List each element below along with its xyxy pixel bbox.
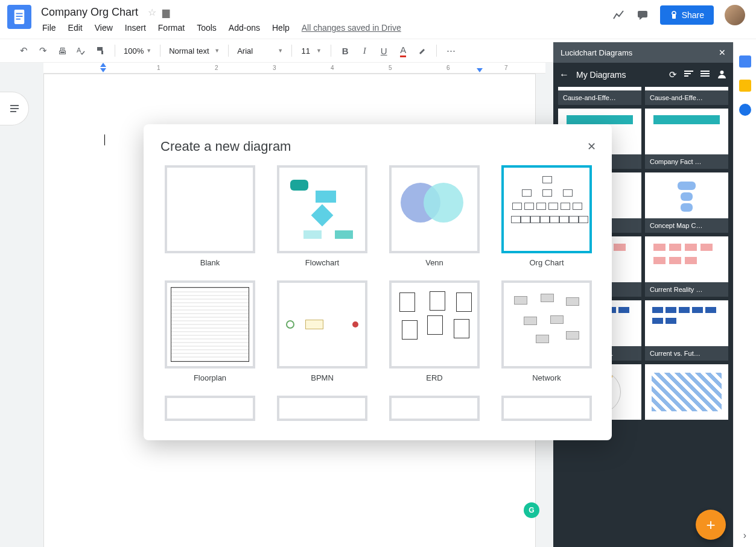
svg-rect-15 (684, 75, 688, 77)
diagram-card-label: Cause-and-Effe… (645, 90, 728, 105)
horizontal-ruler[interactable]: 1 2 3 4 5 6 7 (43, 63, 545, 74)
sidepanel-toolbar: ← My Diagrams ⟳ (553, 63, 733, 87)
expand-rail-icon[interactable]: › (743, 530, 746, 541)
font-dropdown[interactable]: Arial▼ (233, 46, 287, 55)
svg-point-19 (720, 71, 724, 74)
svg-rect-17 (700, 73, 710, 74)
docs-logo[interactable] (7, 5, 31, 29)
template-bpmn[interactable]: BPMN (273, 280, 372, 382)
outline-toggle[interactable] (0, 92, 29, 125)
diagram-card-label: Cause-and-Effe… (558, 90, 641, 105)
template-label: BPMN (311, 373, 334, 382)
menu-help[interactable]: Help (267, 21, 294, 35)
diagram-card[interactable]: Current Reality … (645, 236, 728, 297)
sidepanel-section: My Diagrams (576, 70, 662, 80)
zoom-value: 100% (124, 46, 144, 55)
diagram-card[interactable]: Cause-and-Effe… (558, 87, 641, 105)
star-icon[interactable]: ☆ (148, 7, 156, 18)
share-button[interactable]: Share (660, 5, 714, 25)
style-value: Normal text (169, 46, 209, 55)
svg-text:A: A (77, 46, 81, 54)
svg-rect-18 (700, 75, 710, 77)
template-org chart[interactable]: Org Chart (497, 165, 596, 267)
diagram-card[interactable]: Company Fact … (645, 109, 728, 169)
svg-rect-12 (10, 111, 16, 112)
sort-icon[interactable] (684, 69, 693, 80)
menu-format[interactable]: Format (153, 21, 189, 35)
print-icon[interactable]: 🖶 (53, 42, 71, 60)
template-erd[interactable]: ERD (385, 280, 484, 382)
diagram-card[interactable]: Concept Map C… (645, 172, 728, 233)
calendar-icon[interactable] (739, 55, 751, 68)
template-scroll[interactable]: BlankFlowchartVennOrg ChartFloorplanBPMN… (160, 165, 605, 425)
diagram-card-label: Concept Map C… (645, 218, 728, 233)
template-network[interactable]: Network (497, 280, 596, 382)
underline-icon[interactable]: U (375, 42, 393, 60)
diagram-card-label: Current Reality … (645, 282, 728, 297)
save-status[interactable]: All changes saved in Drive (302, 23, 401, 33)
menu-edit[interactable]: Edit (63, 21, 87, 35)
activity-icon[interactable] (612, 8, 625, 22)
text-color-icon[interactable]: A (394, 42, 412, 60)
sidepanel-title: Lucidchart Diagrams (561, 48, 632, 57)
list-view-icon[interactable] (700, 69, 710, 80)
close-icon[interactable]: ✕ (587, 140, 596, 153)
template-blank[interactable]: Blank (160, 165, 259, 267)
svg-rect-8 (97, 47, 103, 51)
bold-icon[interactable]: B (336, 42, 354, 60)
close-icon[interactable]: ✕ (719, 48, 726, 57)
template-item[interactable] (497, 396, 596, 421)
folder-icon[interactable]: ▆ (162, 7, 170, 18)
svg-rect-6 (672, 14, 676, 19)
spellcheck-icon[interactable]: A (72, 42, 91, 60)
paint-format-icon[interactable] (92, 42, 110, 60)
font-size-dropdown[interactable]: 11▼ (297, 46, 326, 55)
app-header: Company Org Chart ☆ ▆ File Edit View Ins… (0, 0, 756, 39)
tasks-icon[interactable] (739, 104, 751, 116)
template-item[interactable] (385, 396, 484, 421)
template-item[interactable] (160, 396, 259, 421)
template-label: Flowchart (305, 258, 339, 267)
menu-tools[interactable]: Tools (192, 21, 221, 35)
template-label: Blank (200, 258, 220, 267)
menu-addons[interactable]: Add-ons (224, 21, 265, 35)
template-floorplan[interactable]: Floorplan (160, 280, 259, 382)
sidepanel-header: Lucidchart Diagrams ✕ (553, 42, 733, 63)
svg-rect-4 (638, 11, 647, 17)
zoom-dropdown[interactable]: 100%▼ (120, 46, 155, 55)
document-title[interactable]: Company Org Chart (37, 5, 142, 20)
italic-icon[interactable]: I (355, 42, 373, 60)
template-label: Org Chart (529, 258, 564, 267)
diagram-card[interactable]: Cause-and-Effe… (645, 87, 728, 105)
svg-rect-11 (10, 108, 19, 109)
redo-icon[interactable]: ↷ (34, 42, 52, 60)
more-icon[interactable]: ⋯ (442, 42, 460, 60)
account-icon[interactable] (717, 69, 727, 81)
template-venn[interactable]: Venn (385, 165, 484, 267)
undo-icon[interactable]: ↶ (14, 42, 33, 60)
template-item[interactable] (273, 396, 372, 421)
template-flowchart[interactable]: Flowchart (273, 165, 372, 267)
paragraph-style-dropdown[interactable]: Normal text▼ (165, 46, 223, 55)
refresh-icon[interactable]: ⟳ (669, 69, 677, 80)
create-diagram-modal: Create a new diagram ✕ BlankFlowchartVen… (144, 124, 612, 440)
grammarly-icon[interactable]: G (524, 502, 539, 518)
keep-icon[interactable] (739, 80, 751, 92)
account-avatar[interactable] (725, 5, 745, 25)
diagram-card[interactable]: Current vs. Fut… (645, 300, 728, 361)
new-diagram-fab[interactable]: + (696, 510, 726, 540)
menu-view[interactable]: View (90, 21, 118, 35)
svg-rect-2 (16, 16, 23, 17)
menu-file[interactable]: File (37, 21, 61, 35)
template-label: Floorplan (194, 373, 226, 382)
back-icon[interactable]: ← (559, 69, 569, 80)
comments-icon[interactable] (636, 8, 649, 22)
diagram-card-label: Current vs. Fut… (645, 346, 728, 361)
template-grid: BlankFlowchartVennOrg ChartFloorplanBPMN… (160, 165, 596, 421)
menu-insert[interactable]: Insert (120, 21, 151, 35)
highlight-icon[interactable] (413, 42, 431, 60)
svg-rect-13 (684, 71, 693, 72)
diagram-card-label: Company Fact … (645, 154, 728, 169)
diagram-card[interactable] (645, 364, 728, 420)
modal-title: Create a new diagram (160, 139, 291, 154)
